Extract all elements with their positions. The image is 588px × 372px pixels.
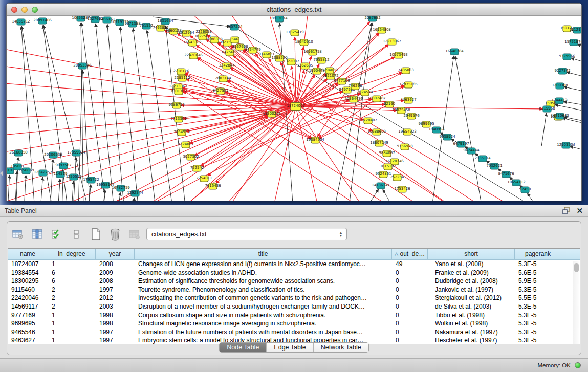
graph-node-1112174[interactable]: 1112174 [569,27,581,33]
graph-node-18640910[interactable]: 18640910 [295,39,313,46]
red-edge[interactable] [216,106,296,183]
graph-node-6479197[interactable]: 6479197 [453,141,469,147]
table-cell[interactable]: 14569117 [8,302,48,311]
graph-node-11325419[interactable]: 11325419 [286,30,304,36]
table-cell[interactable]: Tibbo et al. (1998) [428,311,515,320]
new-file-icon[interactable] [89,228,102,241]
graph-node-7713306[interactable]: 7713306 [170,116,187,122]
table-cell[interactable]: 1 [48,328,96,337]
table-cell[interactable]: 0 [392,269,428,277]
graph-node-7615436[interactable]: 7615436 [205,183,221,189]
graph-node-2054930[interactable]: 2054930 [173,129,189,136]
black-edge[interactable] [24,175,26,201]
table-cell[interactable]: 18300295 [8,277,48,286]
graph-node-15720407[interactable]: 15720407 [359,118,377,124]
table-cell[interactable]: 0 [392,319,428,328]
table-cell[interactable]: 2008 [96,260,135,269]
column-header-out_de[interactable]: △out_de… [392,249,428,259]
table-row[interactable]: 2242004622012Investigating the contribut… [8,294,580,302]
table-cell[interactable]: 5.5E-5 [515,294,561,302]
graph-node-7857224[interactable]: 7857224 [226,24,243,30]
graph-node-16648784[interactable]: 16648784 [445,49,464,55]
table-cell[interactable]: Disruption of a novel member of a sodium… [135,302,392,311]
table-cell[interactable]: 1 [48,311,96,320]
table-cell[interactable]: Nakamura et al. (1997) [428,328,515,337]
graph-node-9899695[interactable]: 9899695 [418,121,434,127]
red-edge[interactable] [244,49,518,201]
table-cell[interactable]: Wolkin et al. (1998) [428,319,515,328]
table-cell[interactable]: 2008 [96,277,135,286]
table-cell[interactable]: 5.6E-5 [515,269,561,277]
table-cell[interactable]: 5.3E-5 [515,311,561,320]
red-edge[interactable] [7,82,296,106]
graph-node-2087682[interactable]: 2087682 [364,16,380,21]
close-panel-icon[interactable]: ✕ [576,207,583,214]
black-edge[interactable] [107,24,124,201]
table-cell[interactable]: 5.3E-5 [515,286,561,294]
graph-node-12213967[interactable]: 12213967 [383,39,401,45]
table-cell[interactable]: Dudbridge et al. (2008) [428,277,515,286]
graph-node-7254011[interactable]: 7254011 [196,176,212,182]
table-cell[interactable]: Structural magnetic resonance image aver… [135,319,392,328]
table-settings-icon[interactable] [11,228,25,241]
graph-node-6794028[interactable]: 6794028 [321,68,337,74]
table-cell[interactable]: 0 [392,311,428,320]
black-edge[interactable] [40,177,42,201]
graph-node-8471676[interactable]: 8471676 [498,171,514,178]
black-edge[interactable] [96,24,114,201]
black-edge[interactable] [455,56,483,201]
red-edge[interactable] [186,116,268,145]
graph-node-62160[interactable]: 62160 [384,101,395,107]
table-cell[interactable]: 0 [392,286,428,294]
graph-node-14055712[interactable]: 14055712 [12,19,30,25]
graph-node-8215958[interactable]: 8215958 [539,106,555,112]
table-cell[interactable]: 9699695 [8,319,48,328]
table-cell[interactable]: Genome-wide association studies in ADHD. [135,269,392,277]
red-edge[interactable] [296,106,319,201]
table-row[interactable]: 946554611997Estimation of the future num… [8,328,580,337]
table-cell[interactable]: 0 [392,328,428,337]
graph-node-9524851[interactable]: 9524851 [375,171,391,178]
graph-node-752542[interactable]: 752542 [190,165,204,171]
table-cell[interactable]: Estimation of the future numbers of pati… [135,328,392,337]
table-row[interactable]: 1456911722003Disruption of a novel membe… [8,302,580,311]
black-edge[interactable] [133,198,135,201]
table-cell[interactable]: 1997 [96,328,135,337]
graph-node-7485063[interactable]: 7485063 [398,68,413,74]
tab-network-table[interactable]: Network Table [314,343,368,352]
table-cell[interactable]: 5.3E-5 [515,302,561,311]
table-row[interactable]: 977716911998Corpus callosum shape and si… [8,311,580,320]
black-edge[interactable] [120,27,139,201]
delete-icon[interactable] [108,228,122,241]
column-header-pagerank[interactable]: pagerank [515,249,561,259]
column-header-year[interactable]: year [96,249,135,259]
table-row[interactable]: 1872400712008Changes of HCN gene express… [8,260,580,269]
graph-node-10688609[interactable]: 10688609 [367,129,386,135]
graph-node-1831634[interactable]: 1831634 [157,18,173,25]
table-cell[interactable]: de Silva et al. (2003) [428,302,515,311]
table-cell[interactable]: 19384554 [8,269,48,277]
graph-node-1292344[interactable]: 1292344 [127,190,143,196]
graph-node-9474444[interactable]: 9474444 [463,148,480,154]
red-edge[interactable] [197,117,269,168]
table-cell[interactable]: Stergiakouli et al. (2012) [428,294,515,302]
graph-node-9756928[interactable]: 9756928 [397,144,412,150]
table-row[interactable]: 1938455462009Genome-wide association stu… [8,269,580,277]
vertical-scrollbar[interactable] [573,261,579,344]
black-edge[interactable] [21,26,35,201]
graph-node-114519[interactable]: 114519 [54,171,68,178]
table-cell[interactable]: 9777169 [8,311,48,320]
table-cell[interactable]: 1 [48,319,96,328]
graph-node-546[interactable]: 546 [231,37,239,43]
node-table[interactable]: namein_degreeyeartitle△out_de…shortpager… [8,248,580,344]
table-cell[interactable]: 6 [48,277,96,286]
graph-node-2949576[interactable]: 2949576 [403,113,420,119]
column-header-title[interactable]: title [135,249,392,259]
graph-node-18724007[interactable]: 18724007 [287,103,305,111]
graph-node-20053346[interactable]: 20053346 [73,63,92,69]
graph-node-12342757[interactable]: 12342757 [34,170,52,176]
table-panel-titlebar[interactable]: Table Panel ✕ [0,205,588,217]
graph-node-16961758[interactable]: 16961758 [303,49,322,55]
graph-node-16154808[interactable]: 16154808 [373,27,391,33]
memory-ok-indicator-icon[interactable] [575,362,581,368]
